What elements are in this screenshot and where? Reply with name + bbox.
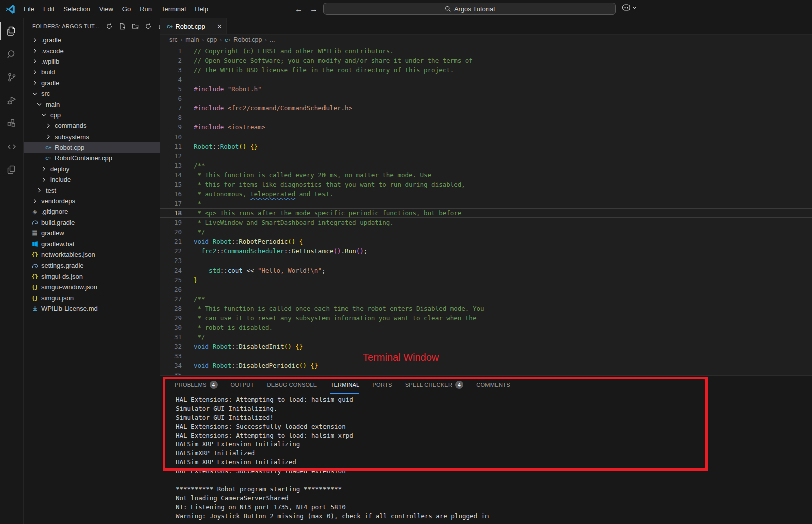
tree-item-src[interactable]: src (24, 88, 160, 99)
tree-item--wpilib[interactable]: .wpilib (24, 56, 160, 67)
duplicate-icon[interactable] (0, 158, 24, 181)
nav-back-icon[interactable]: ← (295, 5, 303, 14)
tree-item-robot-cpp[interactable]: C+Robot.cpp (24, 142, 160, 153)
search-icon[interactable] (0, 43, 24, 66)
code-line-30[interactable]: 30 * robot is disabled. (160, 323, 812, 332)
code-line-4[interactable]: 4 (160, 75, 812, 84)
code-line-20[interactable]: 20 */ (160, 227, 812, 237)
menu-terminal[interactable]: Terminal (156, 0, 190, 18)
tree-item-test[interactable]: test (24, 185, 160, 195)
code-line-23[interactable]: 23 (160, 256, 812, 266)
code-line-9[interactable]: 9#include <iostream> (160, 122, 812, 132)
code-line-12[interactable]: 12 (160, 151, 812, 161)
panel-tab-spell-checker[interactable]: SPELL CHECKER4 (405, 376, 464, 394)
menu-selection[interactable]: Selection (59, 0, 94, 18)
code-line-7[interactable]: 7#include <frc2/command/CommandScheduler… (160, 103, 812, 113)
tab-robot-cpp[interactable]: C+ Robot.cpp ✕ (160, 18, 227, 34)
terminal-output[interactable]: HAL Extensions: Attempting to load: hals… (176, 395, 807, 520)
menu-go[interactable]: Go (118, 0, 135, 18)
run-debug-icon[interactable] (0, 89, 24, 112)
code-line-26[interactable]: 26 (160, 285, 812, 294)
command-center-search[interactable]: Argos Tutorial (323, 3, 616, 15)
tree-item-subsystems[interactable]: subsystems (24, 132, 160, 142)
code-line-3[interactable]: 3// the WPILib BSD license file in the r… (160, 65, 812, 75)
code-line-16[interactable]: 16 * autonomous, teleoperated and test. (160, 189, 812, 199)
menu-help[interactable]: Help (190, 0, 213, 18)
panel-tab-debug-console[interactable]: DEBUG CONSOLE (267, 376, 317, 394)
tree-item-cpp[interactable]: cpp (24, 110, 160, 120)
code-line-11[interactable]: 11Robot::Robot() {} (160, 142, 812, 151)
breadcrumb-item[interactable]: cpp (207, 36, 217, 43)
panel-tab-output[interactable]: OUTPUT (231, 376, 254, 394)
code-line-24[interactable]: 24 std::cout << "Hello, World!\n"; (160, 266, 812, 275)
tree-item-wpilib-license-md[interactable]: WPILib-License.md (24, 303, 160, 314)
breadcrumb-item[interactable]: main (185, 36, 199, 43)
code-line-10[interactable]: 10 (160, 132, 812, 142)
code-line-29[interactable]: 29 * can use it to reset any subsystem i… (160, 313, 812, 323)
code-line-6[interactable]: 6 (160, 94, 812, 103)
code-line-25[interactable]: 25} (160, 275, 812, 285)
tree-item-build-gradle[interactable]: build.gradle (24, 217, 160, 228)
code-line-19[interactable]: 19 * LiveWindow and SmartDashboard integ… (160, 218, 812, 227)
code-line-21[interactable]: 21void Robot::RobotPeriodic() { (160, 237, 812, 246)
tree-item-vendordeps[interactable]: vendordeps (24, 196, 160, 206)
code-line-2[interactable]: 2// Open Source Software; you can modify… (160, 56, 812, 65)
extensions-icon[interactable] (0, 112, 24, 135)
code-line-5[interactable]: 5#include "Robot.h" (160, 84, 812, 94)
panel-tab-comments[interactable]: COMMENTS (476, 376, 510, 394)
code-tags-icon[interactable] (0, 135, 24, 158)
new-folder-icon[interactable] (131, 22, 139, 30)
code-line-14[interactable]: 14 * This function is called every 20 ms… (160, 170, 812, 180)
tree-item-deploy[interactable]: deploy (24, 164, 160, 174)
tree-item-simgui-window-json[interactable]: {}simgui-window.json (24, 282, 160, 292)
breadcrumb-item[interactable]: src (169, 36, 178, 43)
panel-tab-problems[interactable]: PROBLEMS4 (175, 376, 218, 394)
tree-item-commands[interactable]: commands (24, 120, 160, 131)
explorer-icon[interactable] (0, 20, 24, 43)
code-area[interactable]: 1// Copyright (c) FIRST and other WPILib… (160, 45, 812, 376)
refresh-icon[interactable] (144, 22, 152, 30)
tree-item-simgui-ds-json[interactable]: {}simgui-ds.json (24, 271, 160, 282)
breadcrumb-item[interactable]: Robot.cpp (233, 36, 262, 43)
tree-item--gitignore[interactable]: ◈.gitignore (24, 206, 160, 217)
code-line-15[interactable]: 15 * this for items like diagnostics tha… (160, 180, 812, 189)
code-line-31[interactable]: 31 */ (160, 332, 812, 342)
tree-item-gradlew[interactable]: ☰gradlew (24, 228, 160, 238)
tree-item-networktables-json[interactable]: {}networktables.json (24, 249, 160, 260)
tree-item-simgui-json[interactable]: {}simgui.json (24, 292, 160, 303)
code-line-27[interactable]: 27/** (160, 294, 812, 304)
code-line-17[interactable]: 17 * (160, 199, 812, 208)
nav-forward-icon[interactable]: → (310, 5, 318, 14)
menu-view[interactable]: View (95, 0, 118, 18)
tree-item-build[interactable]: build (24, 67, 160, 77)
code-line-18[interactable]: 18 * <p> This runs after the mode specif… (160, 208, 812, 218)
tree-item--vscode[interactable]: .vscode (24, 45, 160, 56)
code-line-13[interactable]: 13/** (160, 161, 812, 170)
code-line-8[interactable]: 8 (160, 113, 812, 122)
code-line-32[interactable]: 32void Robot::DisabledInit() {} (160, 342, 812, 351)
code-line-28[interactable]: 28 * This function is called once each t… (160, 304, 812, 313)
tree-item--gradle[interactable]: .gradle (24, 35, 160, 45)
code-line-34[interactable]: 34void Robot::DisabledPeriodic() {} (160, 361, 812, 370)
tree-item-include[interactable]: include (24, 174, 160, 185)
code-line-22[interactable]: 22 frc2::CommandScheduler::GetInstance()… (160, 246, 812, 256)
close-icon[interactable]: ✕ (217, 23, 222, 30)
menu-file[interactable]: File (19, 0, 39, 18)
menu-edit[interactable]: Edit (39, 0, 59, 18)
panel-tab-ports[interactable]: PORTS (372, 376, 392, 394)
code-line-1[interactable]: 1// Copyright (c) FIRST and other WPILib… (160, 46, 812, 56)
refresh-icon[interactable] (105, 22, 113, 30)
tree-item-gradle[interactable]: gradle (24, 78, 160, 88)
code-line-33[interactable]: 33 (160, 351, 812, 361)
tree-item-gradlew-bat[interactable]: gradlew.bat (24, 238, 160, 249)
breadcrumb-item[interactable]: ... (270, 36, 275, 43)
tree-item-robotcontainer-cpp[interactable]: C+RobotContainer.cpp (24, 153, 160, 163)
tree-item-settings-gradle[interactable]: settings.gradle (24, 260, 160, 271)
menu-run[interactable]: Run (135, 0, 156, 18)
new-file-icon[interactable] (118, 22, 126, 30)
json-file-icon: {} (31, 272, 39, 280)
panel-tab-terminal[interactable]: TERMINAL (330, 376, 359, 394)
tree-item-main[interactable]: main (24, 99, 160, 109)
copilot-button[interactable] (622, 4, 637, 11)
source-control-icon[interactable] (0, 66, 24, 89)
